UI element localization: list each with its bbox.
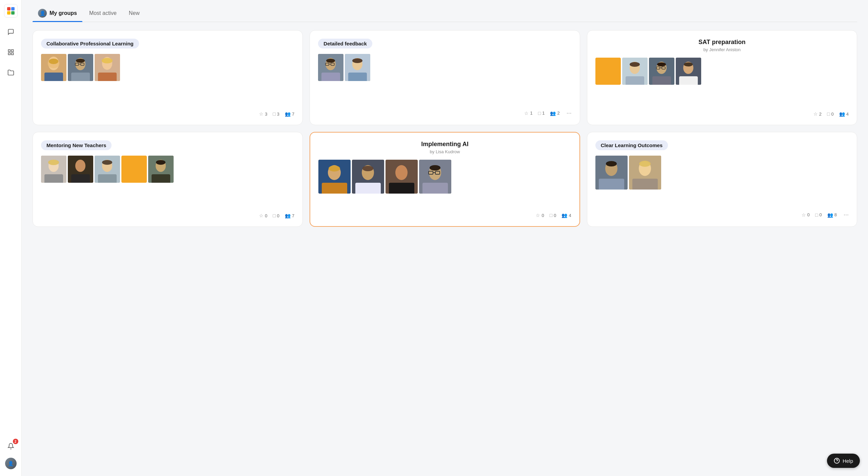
svg-point-26 (326, 59, 335, 63)
group-card-detailed-feedback[interactable]: Detailed feedback (310, 30, 580, 125)
member-image (95, 54, 120, 81)
svg-rect-63 (322, 183, 347, 194)
comments-stat: □ 1 (538, 111, 545, 116)
group-card-implementing-ai[interactable]: Implementing AI by Lisa Kudrow (310, 132, 580, 227)
main-content: 👤 My groups Most active New Collaborativ… (22, 0, 868, 476)
comment-icon: □ (273, 111, 275, 117)
comments-stat: □ 3 (273, 111, 279, 117)
sidebar-item-chat[interactable] (5, 26, 17, 38)
star-icon: ☆ (813, 111, 818, 117)
comment-icon: □ (273, 213, 275, 218)
svg-rect-22 (321, 73, 340, 81)
card-title: Implementing AI (318, 141, 571, 148)
member-image (419, 160, 451, 194)
sidebar-item-grid[interactable] (5, 46, 17, 58)
svg-point-51 (75, 160, 85, 172)
logo-grid (7, 7, 15, 15)
star-count: 0 (541, 213, 544, 218)
svg-rect-52 (71, 174, 90, 183)
svg-rect-18 (98, 73, 117, 81)
user-avatar[interactable]: 👤 (5, 458, 17, 469)
svg-point-15 (76, 59, 85, 63)
card-footer: ☆ 0 □ 0 👥 4 (318, 209, 571, 218)
members-icon: 👥 (839, 111, 845, 117)
members-icon: 👥 (285, 111, 291, 117)
more-options-button[interactable]: ··· (567, 110, 572, 117)
svg-rect-3 (11, 53, 13, 55)
svg-rect-0 (8, 50, 10, 52)
tab-avatar: 👤 (38, 9, 47, 18)
tab-my-groups-label: My groups (50, 10, 77, 16)
logo-dot-green (11, 11, 15, 15)
svg-point-30 (352, 58, 362, 63)
comments-stat: □ 0 (827, 111, 834, 117)
svg-rect-81 (599, 179, 624, 190)
comment-icon: □ (538, 111, 541, 116)
svg-point-8 (49, 59, 58, 64)
members-stat: 👥 2 (550, 111, 559, 116)
help-button[interactable]: Help (827, 454, 860, 468)
comments-stat: □ 0 (815, 212, 822, 218)
svg-point-49 (48, 160, 59, 165)
member-image (95, 156, 120, 183)
svg-rect-1 (11, 50, 13, 52)
stars-stat: ☆ 0 (259, 213, 267, 218)
member-image (386, 160, 418, 194)
star-icon: ☆ (802, 212, 806, 218)
comment-count: 0 (820, 212, 822, 217)
star-count: 0 (265, 213, 267, 218)
comment-count: 0 (277, 213, 279, 218)
comment-count: 0 (831, 112, 834, 117)
svg-rect-11 (71, 73, 90, 81)
card-footer: ☆ 0 □ 0 👥 8 ··· (595, 207, 849, 218)
member-image (148, 156, 174, 183)
members-count: 4 (569, 213, 571, 218)
notification-badge: 2 (13, 439, 18, 444)
card-footer: ☆ 1 □ 1 👥 2 ··· (318, 105, 571, 117)
svg-point-82 (606, 161, 617, 166)
members-count: 4 (846, 112, 849, 117)
notification-wrap: 2 (5, 440, 17, 452)
group-card-collaborative[interactable]: Collaborative Professional Learning (33, 30, 303, 125)
tabs-bar: 👤 My groups Most active New (33, 0, 857, 22)
logo[interactable] (4, 4, 18, 18)
svg-point-34 (630, 62, 640, 67)
card-subtitle: by Lisa Kudrow (318, 149, 571, 154)
tab-most-active[interactable]: Most active (84, 7, 122, 20)
comments-stat: □ 0 (273, 213, 279, 218)
member-image (622, 58, 648, 85)
sidebar-item-folder[interactable] (5, 66, 17, 79)
member-image (595, 156, 628, 190)
star-icon: ☆ (524, 111, 529, 116)
svg-point-78 (430, 165, 440, 171)
card-header: SAT preparation by Jennifer Aniston (595, 39, 849, 58)
sidebar-top (4, 4, 18, 79)
tab-my-groups[interactable]: 👤 My groups (33, 5, 82, 22)
star-icon: ☆ (259, 213, 263, 218)
star-icon: ☆ (536, 213, 540, 218)
member-image (318, 160, 351, 194)
logo-dot-red (7, 7, 11, 11)
group-card-mentoring[interactable]: Mentoring New Teachers (33, 132, 303, 227)
members-count: 7 (292, 213, 294, 218)
help-label: Help (843, 458, 853, 464)
svg-point-60 (156, 160, 165, 165)
more-options-button[interactable]: ··· (844, 211, 849, 218)
members-icon: 👥 (827, 212, 833, 218)
svg-point-68 (362, 166, 373, 171)
group-card-clear-learning[interactable]: Clear Learning Outcomes (587, 132, 857, 227)
card-images (595, 156, 849, 190)
member-image (41, 54, 66, 81)
groups-grid: Collaborative Professional Learning (33, 30, 857, 234)
tab-new[interactable]: New (123, 7, 145, 20)
group-card-sat-prep[interactable]: SAT preparation by Jennifer Aniston (587, 30, 857, 125)
logo-dot-yellow (7, 11, 11, 15)
svg-rect-71 (389, 183, 414, 194)
members-stat: 👥 7 (285, 111, 294, 117)
card-title: Clear Learning Outcomes (595, 140, 668, 150)
card-title: Detailed feedback (318, 39, 372, 48)
logo-dot-blue (11, 7, 15, 11)
svg-point-45 (684, 62, 693, 66)
stars-stat: ☆ 0 (802, 212, 810, 218)
svg-rect-33 (626, 76, 644, 85)
